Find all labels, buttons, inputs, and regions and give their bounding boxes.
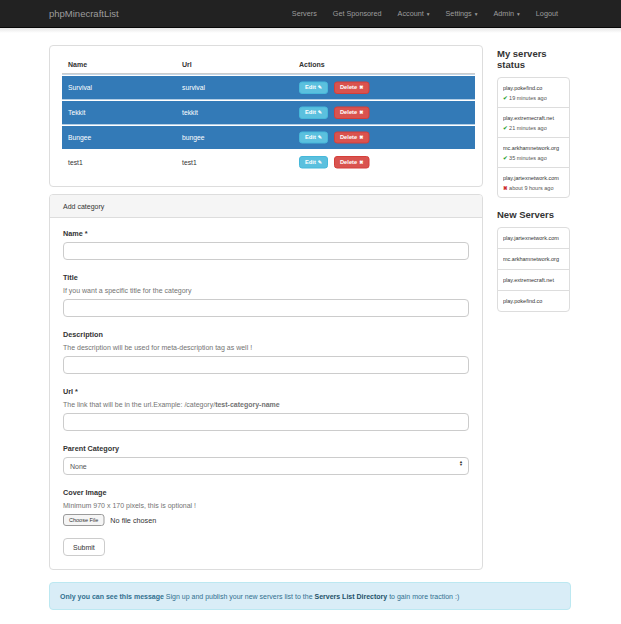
server-name-link[interactable]: play.pokefind.co <box>503 84 568 91</box>
last-ping-time: about 9 hours ago <box>509 184 553 190</box>
table-row: Survival survival Edit✎ Delete✖ <box>62 75 475 100</box>
new-server-item[interactable]: play.jartexnetwork.com <box>497 227 570 249</box>
table-row: Bungee bungee Edit✎ Delete✖ <box>62 124 475 149</box>
servers-list-directory-link[interactable]: Servers List Directory <box>314 592 387 600</box>
pencil-icon: ✎ <box>318 109 322 115</box>
nav-item-label: Servers <box>292 10 317 18</box>
url-help-text: The link that will be in the url.Example… <box>63 400 469 408</box>
pencil-icon: ✎ <box>318 134 322 140</box>
select-stepper-icon: ▲ ▼ <box>459 460 463 467</box>
my-servers-list: play.pokefind.co ✔19 minutes ago play.ex… <box>497 77 570 198</box>
new-server-item[interactable]: play.extremecraft.net <box>497 269 570 291</box>
page: phpMinecraftList Servers Get Sponsored A… <box>0 0 621 624</box>
navbar-links: Servers Get Sponsored Account ▾ Settings… <box>284 0 566 27</box>
server-status: ✔21 minutes ago <box>503 124 568 131</box>
category-name: test1 <box>62 149 176 174</box>
brand-logo[interactable]: phpMinecraftList <box>49 8 119 19</box>
nav-item-settings-dropdown[interactable]: Settings ▾ <box>438 0 486 27</box>
edit-button-label: Edit <box>305 109 316 115</box>
choose-file-button[interactable]: Choose File <box>63 514 104 526</box>
table-row: Tekkit tekkit Edit✎ Delete✖ <box>62 99 475 124</box>
delete-button[interactable]: Delete✖ <box>334 106 369 118</box>
offline-x-icon: ✖ <box>503 184 508 190</box>
category-actions: Edit✎ Delete✖ <box>293 99 475 124</box>
online-check-icon: ✔ <box>503 94 508 100</box>
selected-option: None <box>70 462 87 470</box>
nav-item-get-sponsored[interactable]: Get Sponsored <box>325 0 390 27</box>
my-servers-status-heading: My servers status <box>497 48 570 70</box>
title-help-text: If you want a specific title for the cat… <box>63 286 469 294</box>
alert-text-suffix: to gain more traction :) <box>387 592 459 600</box>
title-input[interactable] <box>63 299 469 317</box>
edit-button-label: Edit <box>305 84 316 90</box>
category-url: tekkit <box>176 99 293 124</box>
nav-item-label: Account <box>398 10 424 18</box>
server-status: ✖about 9 hours ago <box>503 184 568 191</box>
column-header-name: Name <box>62 55 176 75</box>
server-name-link[interactable]: play.jartexnetwork.com <box>503 174 568 181</box>
nav-item-logout[interactable]: Logout <box>528 0 566 27</box>
category-name: Bungee <box>62 124 176 149</box>
category-url: survival <box>176 75 293 100</box>
remove-x-icon: ✖ <box>359 109 363 115</box>
delete-button[interactable]: Delete✖ <box>334 82 369 94</box>
name-input[interactable] <box>63 242 469 260</box>
category-name: Tekkit <box>62 99 176 124</box>
main-column: Name Url Actions Survival survival Edit✎ <box>49 45 483 570</box>
new-servers-list: play.jartexnetwork.com mc.arkhamnetwork.… <box>497 227 570 312</box>
edit-button-label: Edit <box>305 134 316 140</box>
edit-button[interactable]: Edit✎ <box>299 156 328 168</box>
server-status: ✔19 minutes ago <box>503 94 568 101</box>
new-server-item[interactable]: play.pokefind.co <box>497 290 570 312</box>
info-alert: Only you can see this message Sign up an… <box>49 582 571 610</box>
delete-button-label: Delete <box>340 109 357 115</box>
last-ping-time: 21 minutes ago <box>509 124 547 130</box>
top-navbar: phpMinecraftList Servers Get Sponsored A… <box>0 0 621 28</box>
categories-table: Name Url Actions Survival survival Edit✎ <box>62 55 475 174</box>
panel-heading: Add category <box>50 195 482 218</box>
submit-button[interactable]: Submit <box>63 538 105 556</box>
category-actions: Edit✎ Delete✖ <box>293 124 475 149</box>
server-status-item: mc.arkhamnetwork.org ✔35 minutes ago <box>497 137 570 168</box>
sidebar: My servers status play.pokefind.co ✔19 m… <box>497 45 570 312</box>
category-actions: Edit✎ Delete✖ <box>293 75 475 100</box>
server-status-item: play.jartexnetwork.com ✖about 9 hours ag… <box>497 167 570 198</box>
server-name-link[interactable]: mc.arkhamnetwork.org <box>503 255 568 262</box>
parent-category-select[interactable]: None <box>63 457 469 475</box>
delete-button-label: Delete <box>340 84 357 90</box>
delete-button-label: Delete <box>340 159 357 165</box>
server-name-link[interactable]: play.pokefind.co <box>503 297 568 304</box>
edit-button[interactable]: Edit✎ <box>299 131 328 143</box>
category-name: Survival <box>62 75 176 100</box>
title-label: Title <box>63 273 469 281</box>
edit-button[interactable]: Edit✎ <box>299 82 328 94</box>
nav-item-admin-dropdown[interactable]: Admin ▾ <box>486 0 528 27</box>
caret-down-icon: ▾ <box>475 10 478 17</box>
remove-x-icon: ✖ <box>359 159 363 165</box>
delete-button[interactable]: Delete✖ <box>334 156 369 168</box>
url-help-prefix: The link that will be in the url.Example… <box>63 400 215 408</box>
online-check-icon: ✔ <box>503 154 508 160</box>
server-name-link[interactable]: mc.arkhamnetwork.org <box>503 144 568 151</box>
nav-item-label: Admin <box>494 10 515 18</box>
last-ping-time: 35 minutes ago <box>509 154 547 160</box>
delete-button[interactable]: Delete✖ <box>334 131 369 143</box>
new-server-item[interactable]: mc.arkhamnetwork.org <box>497 248 570 270</box>
nav-item-servers[interactable]: Servers <box>284 0 325 27</box>
add-category-panel: Add category Name * Title If you want a … <box>49 194 483 570</box>
server-name-link[interactable]: play.extremecraft.net <box>503 276 568 283</box>
server-name-link[interactable]: play.jartexnetwork.com <box>503 234 568 241</box>
url-input[interactable] <box>63 413 469 431</box>
server-status-item: play.pokefind.co ✔19 minutes ago <box>497 77 570 108</box>
server-name-link[interactable]: play.extremecraft.net <box>503 114 568 121</box>
description-input[interactable] <box>63 356 469 374</box>
alert-bold-prefix: Only you can see this message <box>60 592 164 600</box>
url-label: Url * <box>63 387 469 395</box>
caret-down-icon: ▾ <box>517 10 520 17</box>
new-servers-heading: New Servers <box>497 209 570 220</box>
nav-item-account-dropdown[interactable]: Account ▾ <box>390 0 438 27</box>
server-status-item: play.extremecraft.net ✔21 minutes ago <box>497 107 570 138</box>
delete-button-label: Delete <box>340 134 357 140</box>
edit-button[interactable]: Edit✎ <box>299 106 328 118</box>
stepper-down-icon: ▼ <box>459 463 463 467</box>
